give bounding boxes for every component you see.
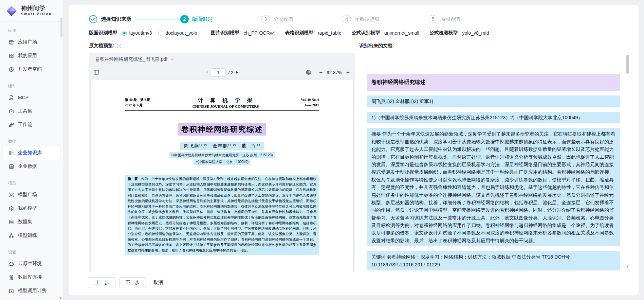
sidebar-item-label: 模型训练 — [18, 232, 37, 239]
file-name: 卷积神经网络研究综述_周飞燕.pdf — [95, 56, 167, 63]
contrast-icon[interactable] — [306, 70, 311, 75]
zoom-level: 92.87% — [327, 70, 342, 75]
brand-diamond-icon — [5, 5, 18, 17]
sidebar-item-app-market[interactable]: 应用广场 — [0, 35, 63, 49]
sidebar-item-workflow[interactable]: 工作流 — [0, 118, 63, 131]
sidebar-item-my-models[interactable]: 我的模型 — [0, 201, 63, 215]
sidebar-item-toolset[interactable]: 工具集 — [0, 104, 63, 118]
app-root: 神州问学 Smart Vision 应用 应用广场 我的应用 开发者空间 — [0, 0, 644, 300]
pdf-issue-line2: 2017 年 6 月 — [125, 103, 150, 108]
step-segmentation[interactable]: 3 分段设置 — [261, 15, 294, 23]
file-selector[interactable]: 卷积神经网络研究综述_周飞燕.pdf — [89, 53, 355, 66]
toolbar-divider — [315, 70, 315, 75]
column-labels: 原文档预览: ? 识别出来的文档: — [89, 43, 632, 49]
sidebar-item-cloud-native-env[interactable]: 云原生环境 — [0, 257, 63, 270]
step-done-check-icon — [89, 15, 97, 23]
pdf-viewport[interactable]: 第 40 卷 第 6 期 2017 年 6 月 计 算 机 学 报 CHINES… — [89, 78, 355, 272]
section-label-data: 数据 — [0, 139, 63, 146]
sidebar-item-label: 我的应用 — [18, 53, 37, 59]
mcp-file-icon: MCP — [8, 94, 14, 101]
sidebar: 神州问学 Smart Vision 应用 应用广场 我的应用 开发者空间 — [0, 0, 63, 300]
section-label-apps: 应用 — [0, 28, 63, 35]
cancel-button[interactable]: 取消 — [150, 278, 166, 288]
sidebar-item-database-connections[interactable]: 数据库连接 — [0, 270, 63, 284]
dev-wheel-icon — [8, 66, 14, 72]
step-number: 3 — [261, 15, 270, 23]
formula-detect-model-value: yolo_v8_mfd — [462, 30, 489, 36]
zoom-out-button[interactable]: − — [318, 70, 323, 75]
help-icon[interactable]: ? — [116, 43, 122, 49]
step-index-config[interactable]: 5 索引配置 — [429, 15, 461, 23]
brand-subtitle: Smart Vision — [21, 12, 52, 16]
section-label-models: 模型 — [0, 180, 63, 188]
next-page-icon[interactable] — [236, 71, 238, 74]
sidebar-item-enterprise-data[interactable]: 企业数据 — [0, 160, 63, 173]
result-scroll-down-arrow[interactable]: ▼ — [626, 265, 629, 268]
step-select-source[interactable]: 选择知识来源 — [89, 15, 131, 23]
grid-icon — [8, 53, 14, 59]
storefront-icon — [8, 39, 14, 45]
pdf-affil-line1: ¹⁾(中国科学院苏州纳米技术与纳米仿生研究所 江苏 苏州 215123) — [169, 152, 275, 158]
radio-doclayout-yolo[interactable]: doclayout_yolo — [158, 30, 197, 36]
formula-detect-model-group: 公式检测模型: yolo_v8_mfd — [429, 30, 489, 36]
next-step-button[interactable]: 下一步 — [119, 277, 146, 288]
svg-text:¥: ¥ — [11, 289, 12, 293]
sidebar-item-datasets[interactable]: 数据集 — [0, 215, 63, 229]
recognition-result-panel[interactable]: 卷积神经网络研究综述 周飞燕1)2) 金林鹏1)2) 董军1) 1)（中国科学院… — [359, 53, 632, 272]
sidebar-item-model-training[interactable]: 模型训练 — [0, 229, 63, 242]
sidebar-item-label: 云原生环境 — [18, 261, 42, 267]
pdf-affiliations: ¹⁾(中国科学院苏州纳米技术与纳米仿生研究所 江苏 苏州 215123) ²⁾(… — [125, 152, 319, 165]
knowledge-book-icon — [8, 150, 14, 156]
result-abstract-label: 摘要 — [371, 131, 382, 137]
sidebar-item-model-market[interactable]: 模型广场 — [0, 188, 63, 201]
step-metadata-extraction[interactable]: 4 元数据提取 — [343, 15, 380, 23]
step-label: 索引配置 — [441, 16, 461, 22]
radio-selected-icon[interactable] — [122, 31, 127, 36]
step-label: 元数据提取 — [354, 16, 380, 22]
sidebar-toggle-icon[interactable] — [94, 70, 99, 75]
image-model-value: ch_PP-OCRv4 — [244, 30, 275, 36]
sidebar-item-label: 企业数据 — [18, 163, 37, 170]
sidebar-item-my-apps[interactable]: 我的应用 — [0, 49, 63, 63]
sidebar-item-label: 应用广场 — [18, 39, 37, 45]
stepper-connector — [217, 19, 257, 19]
prev-page-icon[interactable] — [206, 71, 208, 74]
radio-layoutlmv3[interactable]: layoutlmv3 — [122, 30, 152, 36]
pdf-abstract-label: 摘 要 — [128, 177, 138, 181]
brand-name: 神州问学 — [21, 5, 52, 12]
page-number-input[interactable] — [211, 68, 226, 76]
formula-model-group: 公式识别模型: unimernet_small — [351, 30, 419, 36]
model-config-row: 版面识别模型: layoutlmv3 doclayout_yolo 图片识别模型… — [89, 30, 632, 36]
table-model-group: 表格识别模型: rapid_table — [285, 30, 341, 36]
zoom-in-button[interactable]: + — [346, 70, 350, 75]
previous-step-button[interactable]: 上一步 — [89, 277, 115, 288]
radio-unselected-icon[interactable] — [158, 31, 163, 36]
result-scrollbar-thumb[interactable] — [626, 55, 629, 74]
sidebar-item-developer-space[interactable]: 开发者空间 — [0, 63, 63, 76]
layout-model-group: 版面识别模型: layoutlmv3 doclayout_yolo — [89, 30, 201, 36]
model-scan-icon — [8, 192, 14, 198]
step-layout-recognition[interactable]: 2 版面识别 — [180, 15, 213, 23]
pdf-toolbar: / 2 − 92.87% + — [89, 66, 355, 78]
sidebar-scrollbar-thumb[interactable] — [60, 18, 62, 37]
result-title-block: 卷积神经网络研究综述 — [367, 74, 620, 91]
sidebar-item-label: 企业知识库 — [18, 150, 42, 156]
sidebar-item-label: MCP — [18, 95, 29, 100]
sidebar-item-model-billing[interactable]: ¥ 模型调用计费 — [0, 284, 63, 298]
image-model-group: 图片识别模型: ch_PP-OCRv4 — [211, 30, 275, 36]
step-number: 2 — [180, 15, 189, 23]
sidebar-item-label: 模型调用计费 — [18, 288, 47, 294]
result-abstract-body: 作为一个十余年来快速发展的崭新领域，深度学习受到了越来越多研究者的关注，它在特征… — [371, 131, 615, 243]
svg-text:?: ? — [118, 44, 120, 48]
result-affiliation-block: 1)（中国科学院苏州纳米技术与纳米仿生研究所江苏苏州215123）2)（中国科学… — [367, 112, 620, 123]
stepper-connector — [136, 19, 176, 19]
pdf-journal-en: CHINESE JOURNAL OF COMPUTERS — [192, 104, 259, 108]
pdf-authors: 周飞燕¹⁾,²⁾ 金林鹏¹⁾,²⁾ 董 军¹⁾ — [180, 142, 263, 150]
cloud-icon — [8, 261, 14, 267]
sidebar-item-mcp[interactable]: MCP MCP — [0, 91, 63, 104]
sidebar-item-enterprise-knowledge-base[interactable]: 企业知识库 — [3, 146, 60, 160]
result-label: 识别出来的文档: — [359, 43, 394, 49]
main-area: 选择知识来源 2 版面识别 3 分段设置 4 元数据提取 — [63, 0, 644, 300]
formula-model-value: unimernet_small — [384, 30, 419, 36]
sidebar-scroll-down-arrow[interactable]: ▼ — [59, 296, 62, 300]
